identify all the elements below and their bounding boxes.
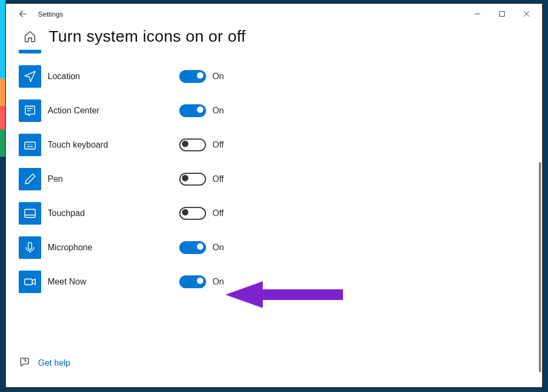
setting-label: Location: [48, 72, 179, 81]
toggle-switch[interactable]: [179, 139, 206, 151]
home-button[interactable]: [22, 28, 38, 44]
toggle-switch[interactable]: [179, 70, 206, 83]
svg-rect-5: [28, 242, 32, 249]
toggle-switch[interactable]: [179, 207, 206, 220]
pen-icon: [19, 168, 41, 190]
setting-label: Touchpad: [48, 209, 179, 218]
setting-row: LocationOn: [19, 59, 542, 94]
page-header: Turn system icons on or off: [6, 24, 542, 50]
setting-row: Meet NowOn: [19, 265, 542, 299]
minimize-icon: [474, 11, 481, 17]
toggle-state-label: On: [212, 243, 224, 252]
input-indicator-icon: [19, 50, 41, 53]
svg-rect-2: [25, 106, 34, 114]
setting-label: Microphone: [48, 243, 179, 252]
close-icon: [523, 11, 530, 17]
setting-label: Meet Now: [48, 277, 179, 287]
toggle-state-label: On: [212, 72, 224, 81]
svg-rect-4: [25, 209, 35, 217]
home-icon: [24, 30, 36, 43]
setting-row: MicrophoneOn: [19, 230, 542, 265]
svg-rect-0: [500, 12, 505, 17]
meet-now-icon: [19, 271, 41, 293]
setting-row: Action CenterOn: [19, 94, 542, 128]
toggle-switch[interactable]: [179, 104, 206, 117]
toggle-switch[interactable]: [179, 241, 206, 254]
setting-label: Action Center: [48, 106, 179, 116]
close-button[interactable]: [514, 5, 539, 22]
setting-row: PenOff: [19, 162, 542, 196]
location-icon: [19, 65, 41, 88]
titlebar: Settings: [6, 4, 542, 24]
svg-rect-3: [25, 142, 35, 149]
content-area: Input IndicatorOnLocationOnAction Center…: [6, 50, 542, 387]
scrollbar[interactable]: [539, 162, 541, 372]
touchpad-icon: [19, 202, 41, 225]
svg-rect-6: [25, 279, 32, 285]
toggle-state-label: On: [212, 106, 224, 116]
desktop-background: [0, 0, 5, 392]
maximize-icon: [499, 11, 505, 17]
setting-row: Input IndicatorOn: [19, 50, 542, 59]
toggle-state-label: Off: [212, 209, 224, 218]
back-button[interactable]: [16, 6, 31, 21]
maximize-button[interactable]: [490, 5, 514, 22]
microphone-icon: [19, 236, 41, 259]
toggle-state-label: On: [212, 277, 224, 287]
window-title: Settings: [38, 10, 63, 18]
arrow-left-icon: [18, 9, 28, 19]
setting-label: Touch keyboard: [48, 140, 179, 150]
minimize-button[interactable]: [465, 5, 490, 22]
touch-keyboard-icon: [19, 134, 41, 156]
settings-window: Settings Turn system icons on or off Inp…: [5, 3, 543, 388]
toggle-switch[interactable]: [179, 173, 206, 186]
setting-row: TouchpadOff: [19, 196, 542, 230]
toggle-state-label: Off: [212, 140, 224, 150]
help-row: Get help: [19, 356, 70, 370]
toggle-state-label: Off: [212, 174, 224, 184]
action-center-icon: [19, 99, 41, 122]
toggle-switch[interactable]: [179, 275, 206, 288]
get-help-link[interactable]: Get help: [38, 358, 70, 368]
page-title: Turn system icons on or off: [49, 27, 246, 45]
setting-label: Pen: [48, 174, 179, 184]
setting-row: Touch keyboardOff: [19, 128, 542, 162]
feedback-icon: [19, 356, 31, 370]
